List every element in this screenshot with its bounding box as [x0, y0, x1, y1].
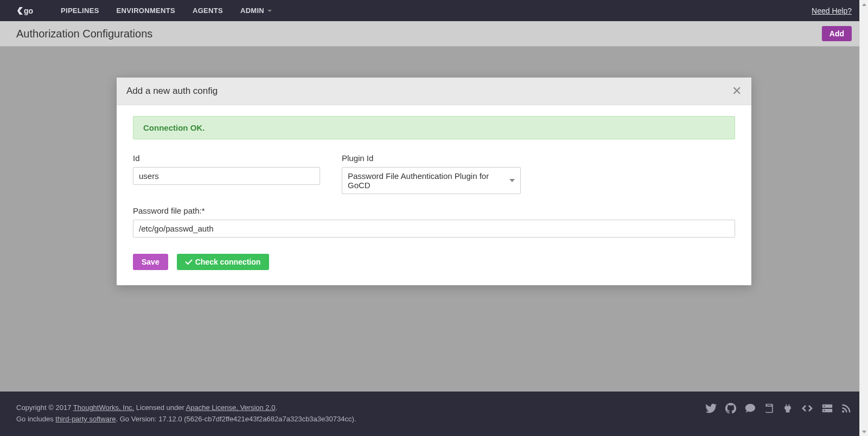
- footer-version: . Go Version: 17.12.0 (5626-cb7df2ffe421…: [116, 415, 356, 423]
- nav-environments[interactable]: ENVIRONMENTS: [117, 7, 175, 15]
- chat-icon[interactable]: [744, 402, 756, 414]
- check-connection-label: Check connection: [195, 258, 261, 266]
- path-label: Password file path:*: [133, 206, 735, 215]
- connection-status: Connection OK.: [133, 116, 735, 139]
- footer-line2-prefix: Go includes: [16, 415, 55, 423]
- close-icon[interactable]: ✕: [732, 85, 742, 97]
- plugin-icon[interactable]: [782, 403, 793, 414]
- nav-admin[interactable]: ADMIN: [240, 7, 272, 15]
- svg-text:go: go: [24, 7, 33, 15]
- vertical-scrollbar[interactable]: [859, 0, 868, 436]
- page-content: Add a new auth config ✕ Connection OK. I…: [0, 47, 868, 392]
- save-button[interactable]: Save: [133, 254, 168, 270]
- id-input[interactable]: [133, 167, 320, 185]
- id-field-group: Id: [133, 153, 320, 194]
- chevron-down-icon: [509, 179, 515, 182]
- twitter-icon[interactable]: [705, 402, 717, 414]
- page-title: Authorization Configurations: [16, 28, 152, 40]
- plugin-select[interactable]: Password File Authentication Plugin for …: [342, 167, 521, 194]
- check-connection-button[interactable]: Check connection: [177, 254, 270, 270]
- svg-point-4: [824, 410, 825, 411]
- rss-icon[interactable]: [841, 403, 852, 414]
- github-icon[interactable]: [725, 402, 737, 414]
- footer: Copyright © 2017 ThoughtWorks, Inc. Lice…: [0, 392, 868, 436]
- modal-header: Add a new auth config ✕: [117, 78, 751, 105]
- footer-copyright-prefix: Copyright © 2017: [16, 403, 73, 412]
- svg-point-5: [842, 411, 844, 413]
- logo[interactable]: go: [16, 5, 34, 16]
- id-label: Id: [133, 153, 320, 163]
- footer-licensed-text: Licensed under: [134, 403, 186, 412]
- page-header: Authorization Configurations Add: [0, 21, 868, 47]
- book-icon[interactable]: [764, 403, 775, 414]
- modal-body: Connection OK. Id Plugin Id Password Fil…: [117, 105, 751, 285]
- nav-agents[interactable]: AGENTS: [193, 7, 223, 15]
- nav-pipelines[interactable]: PIPELINES: [61, 7, 99, 15]
- password-path-input[interactable]: [133, 220, 735, 238]
- plugin-label: Plugin Id: [342, 153, 521, 163]
- auth-config-modal: Add a new auth config ✕ Connection OK. I…: [117, 78, 751, 285]
- nav-links: PIPELINES ENVIRONMENTS AGENTS ADMIN: [61, 7, 272, 15]
- check-icon: [185, 257, 192, 264]
- scroll-down-button[interactable]: [860, 427, 868, 436]
- path-field-group: Password file path:*: [133, 206, 735, 238]
- need-help-link[interactable]: Need Help?: [812, 7, 852, 15]
- apache-license-link[interactable]: Apache License, Version 2.0: [186, 403, 276, 412]
- top-nav: go PIPELINES ENVIRONMENTS AGENTS ADMIN N…: [0, 0, 868, 21]
- modal-title: Add a new auth config: [126, 86, 218, 97]
- api-icon[interactable]: [801, 403, 814, 414]
- footer-icons: [705, 402, 852, 414]
- plugin-field-group: Plugin Id Password File Authentication P…: [342, 153, 521, 194]
- add-button[interactable]: Add: [822, 26, 852, 41]
- scroll-up-button[interactable]: [860, 0, 868, 9]
- third-party-link[interactable]: third-party software: [55, 415, 116, 423]
- plugin-selected-value: Password File Authentication Plugin for …: [348, 171, 509, 190]
- footer-text: Copyright © 2017 ThoughtWorks, Inc. Lice…: [16, 402, 356, 425]
- server-icon[interactable]: [821, 403, 833, 414]
- footer-period: .: [275, 403, 277, 412]
- svg-point-3: [824, 406, 825, 407]
- thoughtworks-link[interactable]: ThoughtWorks, Inc.: [73, 403, 134, 412]
